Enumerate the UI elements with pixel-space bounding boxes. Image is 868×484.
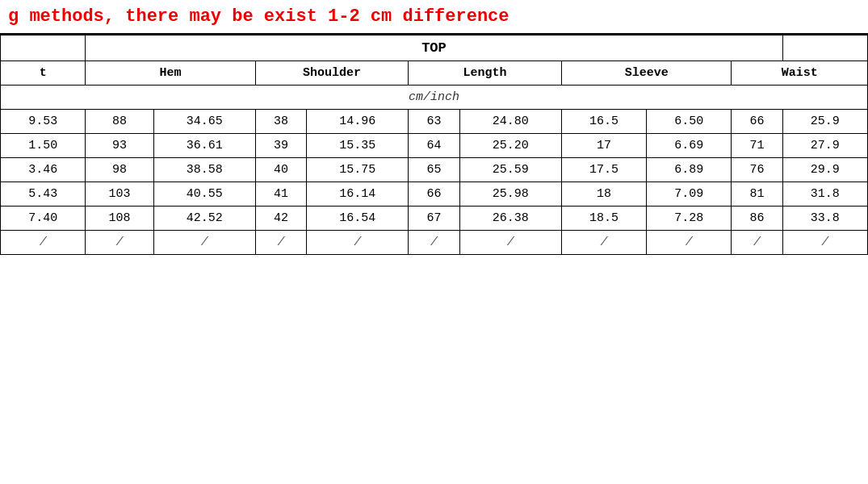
col-shoulder: Shoulder <box>255 61 409 86</box>
cell: / <box>459 231 561 255</box>
col-hem: Hem <box>86 61 256 86</box>
cell: 86 <box>732 207 782 231</box>
cell: 6.50 <box>647 110 732 134</box>
cell: / <box>255 231 306 255</box>
cell: 25.20 <box>459 134 561 158</box>
table-row: 1.50 93 36.61 39 15.35 64 25.20 17 6.69 … <box>1 134 868 158</box>
cell: 71 <box>732 134 782 158</box>
cell: 66 <box>409 182 459 207</box>
cell: 16.5 <box>561 110 646 134</box>
cell: / <box>647 231 732 255</box>
table-row: 7.40 108 42.52 42 16.54 67 26.38 18.5 7.… <box>1 207 868 231</box>
cell: 17.5 <box>561 158 646 182</box>
cell: / <box>1 231 86 255</box>
cell: 76 <box>732 158 782 182</box>
cell: 24.80 <box>459 110 561 134</box>
cell: 64 <box>409 134 459 158</box>
cell: 42 <box>255 207 306 231</box>
cell: 18 <box>561 182 646 207</box>
cell: 25.98 <box>459 182 561 207</box>
slash-row: / / / / / / / / / / / <box>1 231 868 255</box>
cell: 25.59 <box>459 158 561 182</box>
unit-label: cm/inch <box>1 86 868 110</box>
cell: 27.9 <box>782 134 867 158</box>
cell: 16.54 <box>307 207 409 231</box>
top-section-label: TOP <box>86 35 782 61</box>
cell: 36.61 <box>153 134 255 158</box>
cell: 93 <box>86 134 153 158</box>
cell: / <box>782 231 867 255</box>
cell: 9.53 <box>1 110 86 134</box>
cell: / <box>86 231 153 255</box>
cell: 5.43 <box>1 182 86 207</box>
table-body: 9.53 88 34.65 38 14.96 63 24.80 16.5 6.5… <box>1 110 868 255</box>
cell: 39 <box>255 134 306 158</box>
cell: 29.9 <box>782 158 867 182</box>
cell: 7.28 <box>647 207 732 231</box>
cell: 7.40 <box>1 207 86 231</box>
cell: 6.89 <box>647 158 732 182</box>
cell: / <box>409 231 459 255</box>
cell: 16.14 <box>307 182 409 207</box>
cell: 42.52 <box>153 207 255 231</box>
cell: / <box>307 231 409 255</box>
col-t: t <box>1 61 86 86</box>
table-row: 3.46 98 38.58 40 15.75 65 25.59 17.5 6.8… <box>1 158 868 182</box>
cell: 33.8 <box>782 207 867 231</box>
cell: 66 <box>732 110 782 134</box>
table-row: 9.53 88 34.65 38 14.96 63 24.80 16.5 6.5… <box>1 110 868 134</box>
unit-row: cm/inch <box>1 86 868 110</box>
cell: 18.5 <box>561 207 646 231</box>
cell: / <box>561 231 646 255</box>
cell: 65 <box>409 158 459 182</box>
cell: 7.09 <box>647 182 732 207</box>
col-header-row: t Hem Shoulder Length Sleeve Waist <box>1 61 868 86</box>
extra-header-right <box>782 35 867 61</box>
cell: 15.75 <box>307 158 409 182</box>
cell: 38.58 <box>153 158 255 182</box>
section-header-row: TOP <box>1 35 868 61</box>
cell: 38 <box>255 110 306 134</box>
cell: 14.96 <box>307 110 409 134</box>
size-table: TOP t Hem Shoulder Length Sleeve Waist c… <box>0 35 868 255</box>
cell: 15.35 <box>307 134 409 158</box>
cell: 34.65 <box>153 110 255 134</box>
empty-header-cell <box>1 35 86 61</box>
cell: / <box>732 231 782 255</box>
cell: 67 <box>409 207 459 231</box>
cell: 40.55 <box>153 182 255 207</box>
col-length: Length <box>409 61 562 86</box>
col-waist: Waist <box>732 61 868 86</box>
cell: 1.50 <box>1 134 86 158</box>
cell: 31.8 <box>782 182 867 207</box>
col-sleeve: Sleeve <box>561 61 732 86</box>
cell: 63 <box>409 110 459 134</box>
cell: 81 <box>732 182 782 207</box>
cell: 41 <box>255 182 306 207</box>
cell: 25.9 <box>782 110 867 134</box>
cell: 3.46 <box>1 158 86 182</box>
cell: 108 <box>86 207 153 231</box>
cell: 6.69 <box>647 134 732 158</box>
cell: 17 <box>561 134 646 158</box>
cell: / <box>153 231 255 255</box>
banner-text: g methods, there may be exist 1-2 cm dif… <box>8 6 509 27</box>
cell: 88 <box>86 110 153 134</box>
cell: 98 <box>86 158 153 182</box>
cell: 103 <box>86 182 153 207</box>
cell: 26.38 <box>459 207 561 231</box>
top-banner: g methods, there may be exist 1-2 cm dif… <box>0 0 868 35</box>
cell: 40 <box>255 158 306 182</box>
table-row: 5.43 103 40.55 41 16.14 66 25.98 18 7.09… <box>1 182 868 207</box>
